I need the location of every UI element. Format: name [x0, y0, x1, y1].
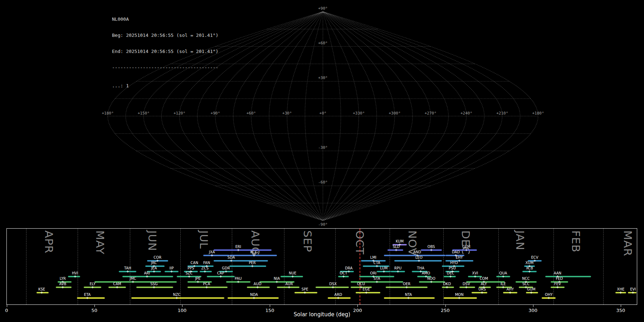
shower-label-OER: OER: [396, 282, 418, 286]
x-tick: [7, 305, 7, 307]
shower-label-COM: COM: [473, 277, 494, 280]
month-boundary-line: [603, 229, 604, 304]
shower-label-ELY: ELY: [82, 282, 103, 286]
shower-label-ALY: ALY: [473, 282, 494, 286]
month-boundary-line: [26, 229, 26, 304]
shower-label-XVI: XVI: [464, 271, 486, 275]
shower-label-DSX: DSX: [322, 282, 344, 286]
month-label: APR: [43, 230, 55, 253]
month-label: FEB: [570, 230, 582, 253]
shower-label-CTA: CTA: [366, 261, 387, 265]
shower-label-NDA: NDA: [243, 293, 265, 297]
x-tick: [621, 305, 621, 307]
shower-label-GDR: GDR: [215, 266, 237, 270]
shower-label-NOO: NOO: [420, 277, 442, 280]
shower-label-EVI: EVI: [622, 287, 644, 291]
shower-label-URS: URS: [471, 287, 493, 291]
shower-label-AMO: AMO: [415, 271, 437, 275]
month-label: JUN: [146, 230, 159, 251]
shower-label-DEC: DEC: [440, 271, 461, 275]
shower-label-GUM: GUM: [521, 287, 542, 291]
shower-label-NUE: NUE: [282, 271, 303, 275]
shower-label-SDA: SDA: [220, 255, 242, 259]
x-tick: [357, 305, 358, 307]
month-boundary-line: [284, 229, 284, 304]
month-label: SEP: [301, 230, 314, 252]
shower-label-EGE: EGE: [356, 287, 377, 291]
x-axis-title: Solar longitude (deg): [0, 311, 644, 318]
shower-label-DRA: DRA: [338, 266, 360, 270]
shower-label-NTA: NTA: [398, 293, 419, 297]
shower-label-THA: THA: [410, 266, 431, 270]
shower-bar-URS: [472, 292, 487, 293]
shower-label-SLD: SLD: [385, 245, 407, 249]
shower-label-CAM: CAM: [106, 282, 128, 286]
shower-label-JRC: JRC: [143, 261, 165, 265]
shower-label-DKD: DKD: [436, 282, 458, 286]
shower-label-SPE: SPE: [294, 287, 316, 291]
shower-label-CAP: CAP: [210, 271, 231, 275]
shower-label-IIP: IIP: [161, 266, 182, 270]
shower-label-RPU: RPU: [387, 266, 409, 270]
shower-label-FED: FED: [548, 277, 570, 280]
shower-label-EHY: EHY: [449, 255, 470, 259]
shower-activity-chart: APRMAYJUNJULAUGSEPOCTNOVDECJANFEBMAR+KUM…: [0, 0, 644, 322]
shower-label-ILE: ILE: [492, 282, 514, 286]
shower-label-PAU: PAU: [228, 277, 249, 280]
shower-label-FAN: FAN: [196, 261, 218, 265]
shower-label-ZCS: ZCS: [194, 266, 216, 270]
shower-label-STA: STA: [366, 277, 387, 280]
shower-label-ETA: ETA: [77, 293, 98, 297]
shower-label-AAN: AAN: [547, 271, 568, 275]
shower-label-NIA: NIA: [266, 277, 288, 280]
shower-label-JXA: JXA: [201, 250, 223, 254]
shower-label-HVI: HVI: [64, 271, 86, 275]
shower-label-AUR: AUR: [278, 282, 300, 286]
shower-label-OHY: OHY: [538, 293, 560, 297]
shower-label-JMC: JMC: [122, 277, 144, 280]
shower-label-OBS: OBS: [420, 245, 442, 249]
x-tick: [182, 305, 182, 307]
month-boundary-line: [498, 229, 499, 304]
month-label: MAR: [621, 230, 634, 257]
shower-label-FEV: FEV: [547, 282, 568, 286]
shower-label-XUM: XUM: [519, 261, 540, 265]
shower-label-AHY: AHY: [499, 287, 521, 291]
shower-label-LYR: LYR: [52, 277, 73, 280]
shower-label-AVB: AVB: [52, 282, 73, 286]
month-label: JAN: [514, 230, 527, 250]
shower-label-ERI: ERI: [228, 245, 249, 249]
shower-label-MON: MON: [449, 293, 470, 297]
shower-label-PER: PER: [241, 261, 263, 265]
x-tick: [533, 305, 533, 307]
shower-label-PSU: PSU: [441, 266, 463, 270]
shower-label-ARD: ARD: [327, 293, 349, 297]
shower-label-ARI: ARI: [136, 271, 158, 275]
shower-label-ORI: ORI: [362, 271, 384, 275]
shower-label-QUA: QUA: [492, 271, 514, 275]
x-tick: [445, 305, 446, 307]
shower-label-DAD: DAD: [445, 250, 467, 254]
month-label: JUL: [197, 230, 210, 249]
shower-label-LMI: LMI: [362, 255, 384, 259]
shower-label-COR: COR: [147, 255, 168, 259]
shower-label-TAH: TAH: [117, 266, 138, 270]
shower-label-SZC: SZC: [179, 271, 200, 275]
shower-label-SSG: SSG: [143, 282, 165, 286]
x-tick: [270, 305, 270, 307]
shower-label-KSE: KSE: [31, 287, 53, 291]
shower-label-NZC: NZC: [166, 293, 187, 297]
shower-label-PCA: PCA: [196, 282, 218, 286]
shower-label-LEO: LEO: [408, 255, 430, 259]
month-label: MAY: [94, 230, 107, 254]
shower-label-JPE: JPE: [187, 277, 209, 280]
shower-label-XCB: XCB: [519, 266, 540, 270]
shower-label-HYD: HYD: [443, 261, 465, 265]
shower-bar-ETA: [77, 297, 105, 299]
shower-label-OCU: OCU: [350, 282, 372, 286]
x-tick: [94, 305, 95, 307]
shower-label-AUD: AUD: [247, 282, 268, 286]
shower-label-ECV: ECV: [524, 255, 546, 259]
shower-label-KUM: KUM: [389, 239, 410, 243]
shower-label-GEM: GEM: [455, 245, 477, 249]
